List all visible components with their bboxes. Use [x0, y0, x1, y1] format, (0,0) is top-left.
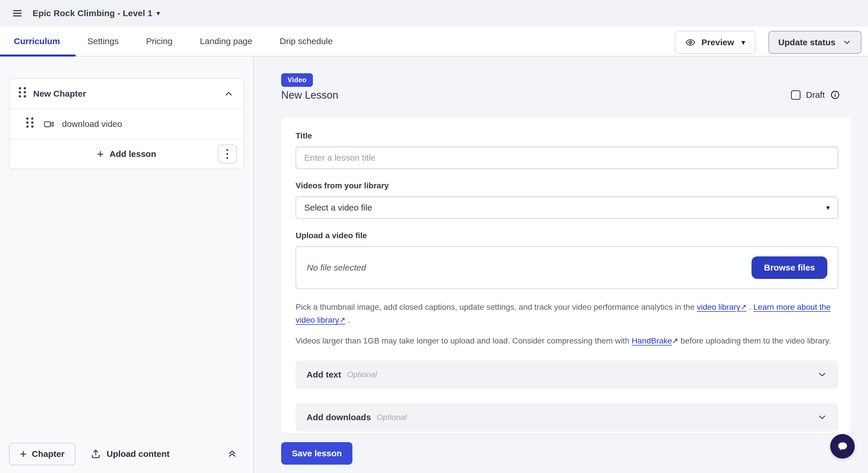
title-field-label: Title	[296, 131, 838, 140]
plus-icon: +	[20, 448, 27, 460]
lesson-form-card: Title Videos from your library Select a …	[281, 117, 851, 433]
lesson-editor: Video New Lesson Draft Title Videos from…	[254, 57, 868, 473]
active-tab-underline	[0, 55, 75, 57]
tab-settings[interactable]: Settings	[87, 36, 119, 46]
update-status-button[interactable]: Update status	[769, 31, 861, 54]
page-title: New Lesson	[281, 89, 851, 101]
lesson-header: Video New Lesson Draft	[281, 73, 851, 101]
video-library-link[interactable]: video library	[697, 303, 740, 312]
tab-curriculum[interactable]: Curriculum	[14, 36, 60, 46]
upload-icon	[91, 449, 101, 459]
draft-toggle-group: Draft	[791, 90, 840, 100]
external-link-icon: ↗	[339, 314, 345, 326]
chapter-card: New Chapter download video + Add lesson	[9, 78, 244, 169]
speech-bubble-icon	[836, 440, 849, 453]
external-link-icon: ↗	[672, 335, 678, 347]
optional-tag: Optional	[347, 370, 377, 379]
video-camera-icon	[43, 119, 55, 129]
update-status-label: Update status	[778, 37, 835, 47]
header-actions: Preview ▾ Update status	[675, 31, 861, 54]
plus-icon: +	[97, 148, 103, 160]
video-library-help-text: Pick a thumbnail image, add closed capti…	[296, 301, 838, 327]
add-text-label: Add text	[307, 370, 341, 380]
lesson-row[interactable]: download video	[9, 109, 244, 139]
curriculum-sidebar: New Chapter download video + Add lesson	[0, 57, 254, 473]
no-file-text: No file selected	[307, 263, 366, 273]
add-lesson-label: Add lesson	[110, 149, 156, 159]
caret-down-icon[interactable]: ▾	[157, 9, 160, 17]
add-lesson-row[interactable]: + Add lesson	[9, 139, 244, 169]
course-tab-bar: Curriculum Settings Pricing Landing page…	[0, 27, 868, 57]
help-text: .	[747, 303, 753, 312]
chevron-up-icon[interactable]	[223, 89, 234, 99]
info-icon[interactable]	[830, 90, 840, 100]
help-text: before uploading them to the video libra…	[678, 336, 831, 345]
upload-content-label: Upload content	[107, 449, 169, 459]
help-text: .	[345, 316, 350, 324]
preview-label: Preview	[701, 37, 734, 47]
add-text-expander[interactable]: Add text Optional	[296, 360, 838, 389]
chapter-row[interactable]: New Chapter	[9, 79, 244, 109]
tab-pricing[interactable]: Pricing	[146, 36, 173, 46]
hamburger-menu-icon[interactable]	[9, 5, 26, 22]
select-value: Select a video file	[304, 203, 372, 213]
chapter-options-kebab-button[interactable]	[218, 145, 237, 163]
add-chapter-label: Chapter	[32, 449, 64, 459]
lesson-title: download video	[62, 119, 122, 129]
add-downloads-label: Add downloads	[307, 412, 371, 422]
top-bar: Epic Rock Climbing - Level 1 ▾	[0, 0, 868, 27]
tab-landing-page[interactable]: Landing page	[200, 36, 252, 46]
lesson-type-badge: Video	[281, 73, 313, 87]
chevron-down-icon	[817, 370, 827, 380]
collapse-all-chevrons-icon[interactable]	[227, 448, 238, 460]
upload-content-button[interactable]: Upload content	[91, 449, 169, 459]
tabs: Curriculum Settings Pricing Landing page…	[14, 36, 333, 46]
optional-tag: Optional	[377, 413, 407, 422]
lesson-title-input[interactable]	[296, 147, 838, 169]
handbrake-link[interactable]: HandBrake	[631, 336, 672, 345]
chat-widget-button[interactable]	[830, 434, 855, 459]
help-text: Pick a thumbnail image, add closed capti…	[296, 303, 697, 312]
add-chapter-button[interactable]: + Chapter	[9, 443, 75, 465]
eye-icon	[685, 37, 695, 48]
help-text: Videos larger than 1GB may take longer t…	[296, 336, 631, 345]
drag-handle-icon[interactable]	[26, 117, 34, 131]
chapter-title: New Chapter	[33, 89, 86, 99]
caret-down-icon: ▾	[826, 203, 830, 212]
upload-field-label: Upload a video file	[296, 231, 838, 240]
chevron-down-icon	[842, 38, 851, 47]
caret-down-icon: ▾	[742, 38, 745, 46]
browse-files-button[interactable]: Browse files	[751, 256, 827, 279]
chevron-down-icon	[817, 412, 827, 422]
draft-checkbox[interactable]	[791, 90, 801, 100]
save-lesson-button[interactable]: Save lesson	[281, 442, 352, 465]
add-downloads-expander[interactable]: Add downloads Optional	[296, 403, 838, 432]
external-link-icon: ↗	[740, 301, 747, 313]
video-library-select[interactable]: Select a video file ▾	[296, 196, 838, 219]
course-title[interactable]: Epic Rock Climbing - Level 1	[33, 8, 153, 18]
tab-drip-schedule[interactable]: Drip schedule	[280, 36, 333, 46]
preview-button[interactable]: Preview ▾	[675, 31, 755, 54]
compression-help-text: Videos larger than 1GB may take longer t…	[296, 334, 838, 347]
sidebar-footer: + Chapter Upload content	[0, 435, 253, 473]
library-field-label: Videos from your library	[296, 181, 838, 190]
file-drop-area[interactable]: No file selected Browse files	[296, 246, 838, 289]
draft-label: Draft	[806, 90, 825, 100]
drag-handle-icon[interactable]	[19, 87, 26, 100]
